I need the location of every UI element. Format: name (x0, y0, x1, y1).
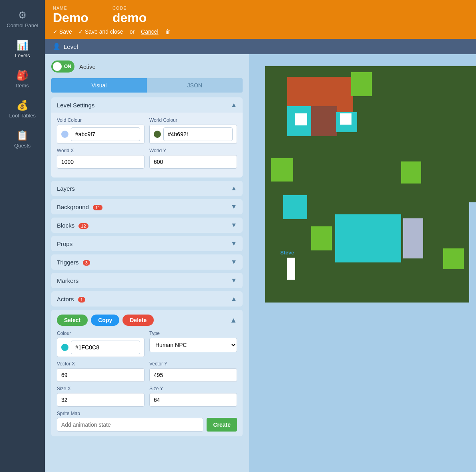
size-y-input[interactable] (149, 393, 237, 407)
section-blocks: Blocks 12 ▼ (51, 218, 243, 233)
colour-label: Colour (57, 331, 145, 336)
world-colour-input-wrap (149, 125, 237, 144)
blocks-badge: 12 (78, 223, 88, 229)
toggle-circle (53, 62, 62, 71)
sidebar: ⚙ Control Panel 📊 Levels 🎒 Items 💰 Loot … (0, 0, 45, 472)
void-colour-input[interactable] (71, 127, 140, 141)
cyan-block-lower-left (283, 195, 307, 219)
section-props: Props ▼ (51, 236, 243, 251)
tab-json[interactable]: JSON (147, 78, 243, 93)
trash-icon[interactable]: 🗑 (165, 28, 171, 35)
world-y-input[interactable] (149, 155, 237, 169)
content-area: ON Active Visual JSON Level Settings ▲ (45, 54, 476, 472)
props-header[interactable]: Props ▼ (51, 236, 243, 251)
green-block-mid-left (271, 158, 293, 182)
chevron-down-icon: ▼ (231, 222, 237, 229)
active-toggle[interactable]: ON (51, 61, 74, 73)
sidebar-item-label: Loot Tables (9, 113, 36, 119)
tab-visual[interactable]: Visual (51, 78, 147, 93)
section-actors: Actors 1 ▲ (51, 291, 243, 307)
level-settings-body: Void Colour World Colour (51, 113, 243, 178)
void-colour-label: Void Colour (57, 117, 145, 123)
chevron-down-icon: ▼ (231, 277, 237, 284)
colour-input[interactable] (71, 341, 140, 354)
level-icon: 👤 (53, 43, 60, 50)
layers-title: Layers (57, 185, 75, 192)
type-select[interactable]: Human NPC Monster Friendly NPC Enemy (149, 338, 237, 352)
sidebar-item-quests[interactable]: 📋 Quests (0, 124, 45, 154)
sprite-map-group: Sprite Map Create (57, 411, 237, 432)
header-bar: NAME Demo CODE demo ✓ Save ✓ Save and cl… (45, 0, 476, 39)
world-x-input[interactable] (57, 155, 145, 169)
void-colour-dot (61, 131, 68, 138)
checkmark-icon: ✓ (53, 28, 58, 35)
chevron-up-icon: ▲ (231, 295, 237, 303)
triggers-header[interactable]: Triggers 3 ▼ (51, 254, 243, 270)
white-block-right (340, 113, 351, 125)
copy-button[interactable]: Copy (91, 315, 119, 326)
sidebar-item-control-panel[interactable]: ⚙ Control Panel (0, 4, 45, 34)
save-label: Save (59, 28, 72, 35)
name-value: Demo (53, 10, 88, 25)
triggers-title: Triggers (57, 259, 78, 266)
sprite-map-label: Sprite Map (57, 411, 237, 416)
world-colour-group: World Colour (149, 117, 237, 144)
level-settings-header[interactable]: Level Settings ▲ (51, 97, 243, 113)
name-label: NAME (53, 6, 88, 10)
chevron-up-icon: ▲ (231, 185, 237, 192)
markers-header[interactable]: Markers ▼ (51, 273, 243, 288)
colour-group: Colour (57, 331, 145, 357)
blocks-header[interactable]: Blocks 12 ▼ (51, 218, 243, 233)
void-colour-input-wrap (57, 125, 145, 144)
type-group: Type Human NPC Monster Friendly NPC Enem… (149, 331, 237, 357)
background-header[interactable]: Background 11 ▼ (51, 199, 243, 214)
save-button[interactable]: ✓ Save (53, 28, 72, 35)
vector-y-input[interactable] (149, 368, 237, 382)
actors-header[interactable]: Actors 1 ▲ (51, 291, 243, 307)
main-area: NAME Demo CODE demo ✓ Save ✓ Save and cl… (45, 0, 476, 472)
world-y-label: World Y (149, 148, 237, 153)
chevron-up-icon: ▲ (231, 101, 237, 109)
sidebar-item-loot-tables[interactable]: 💰 Loot Tables (0, 94, 45, 124)
size-x-input[interactable] (57, 393, 145, 407)
save-close-button[interactable]: ✓ Save and close (78, 28, 123, 35)
sidebar-item-label: Quests (14, 143, 30, 149)
sidebar-item-label: Levels (15, 52, 30, 58)
create-button[interactable]: Create (207, 418, 237, 432)
sidebar-item-items[interactable]: 🎒 Items (0, 64, 45, 94)
or-text: or (130, 28, 135, 35)
right-panel: Steve (249, 54, 476, 472)
chevron-down-icon: ▼ (231, 258, 237, 266)
blocks-title: Blocks (57, 222, 74, 229)
level-settings-title: Level Settings (57, 102, 94, 109)
actors-title: Actors (57, 296, 74, 303)
quests-icon: 📋 (16, 130, 28, 141)
select-button[interactable]: Select (57, 315, 88, 326)
sidebar-item-levels[interactable]: 📊 Levels (0, 34, 45, 64)
steve-label: Steve (280, 250, 294, 256)
control-panel-icon: ⚙ (18, 10, 27, 21)
actors-badge: 1 (78, 297, 85, 303)
layers-header[interactable]: Layers ▲ (51, 181, 243, 196)
size-y-label: Size Y (149, 386, 237, 391)
loot-tables-icon: 💰 (16, 100, 28, 111)
level-label: Level (64, 43, 78, 50)
cancel-link[interactable]: Cancel (141, 28, 159, 35)
vector-x-label: Vector X (57, 361, 145, 367)
size-y-group: Size Y (149, 386, 237, 407)
void-colour-group: Void Colour (57, 117, 145, 144)
actor-panel-chevron[interactable]: ▲ (230, 316, 237, 325)
delete-button[interactable]: Delete (123, 315, 154, 326)
levels-icon: 📊 (16, 40, 28, 51)
vector-x-input[interactable] (57, 368, 145, 382)
actor-actions: Select Copy Delete ▲ (57, 315, 237, 326)
green-block-top-right (351, 72, 372, 96)
sprite-map-input[interactable] (57, 418, 203, 432)
active-label: Active (79, 63, 96, 70)
active-row: ON Active (51, 61, 243, 73)
colour-dot (61, 344, 68, 351)
world-x-group: World X (57, 148, 145, 169)
world-colour-input[interactable] (163, 127, 233, 141)
colour-input-wrap (57, 338, 145, 357)
white-block-left (295, 113, 307, 125)
